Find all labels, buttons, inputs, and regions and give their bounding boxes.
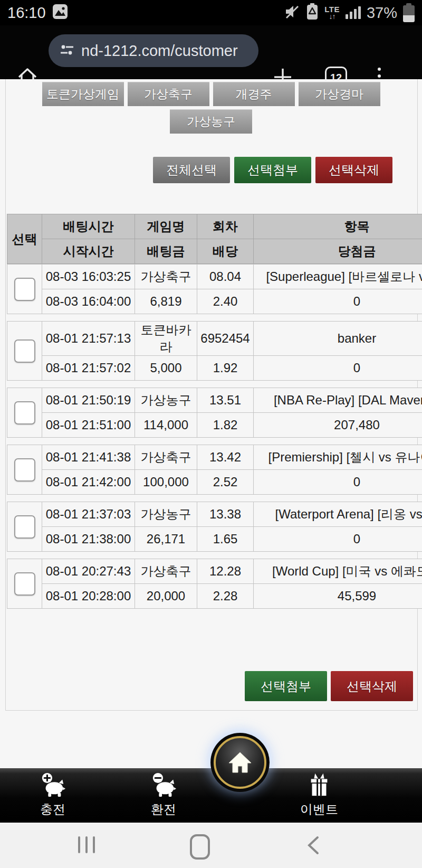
bet-amount-cell: 100,000	[135, 470, 197, 495]
action-buttons: 전체선택 선택첨부 선택삭제	[153, 157, 392, 183]
game-cell: 가상축구	[135, 445, 197, 470]
nav-home-button[interactable]	[210, 733, 270, 792]
tab-token-virtual-game[interactable]: 토큰가상게임	[42, 82, 124, 106]
delete-selected-button[interactable]: 선택삭제	[315, 157, 392, 183]
tab-virtual-soccer[interactable]: 가상축구	[128, 82, 209, 106]
android-navigation-bar	[0, 823, 422, 868]
bet-amount-cell: 20,000	[135, 584, 197, 609]
row-checkbox[interactable]	[14, 401, 35, 424]
nav-event[interactable]: 이벤트	[282, 771, 356, 818]
item-cell: [NBA Re-Play] [DAL Maverick	[254, 388, 422, 413]
select-all-button[interactable]: 전체선택	[153, 157, 230, 183]
header-bet-time: 배팅시간	[42, 214, 135, 239]
round-cell: 6952454	[197, 322, 254, 356]
category-tabs-row2: 가상농구	[0, 109, 422, 134]
attach-selected-button[interactable]: 선택첨부	[234, 157, 311, 183]
bet-row-group: 08-01 20:27:43 가상축구 12.28 [World Cup] [미…	[7, 559, 422, 609]
android-home-icon[interactable]	[190, 834, 210, 860]
bet-time-cell: 08-01 20:27:43	[42, 559, 135, 584]
select-cell	[7, 502, 42, 552]
header-odds: 배당	[197, 239, 254, 264]
battery-percent: 37%	[367, 4, 397, 22]
tab-dog-racing[interactable]: 개경주	[213, 82, 295, 106]
lte-network-icon: LTE ↓↑	[324, 5, 340, 20]
win-amount-cell: 45,599	[254, 584, 422, 609]
select-cell	[7, 445, 42, 495]
win-amount-cell: 0	[254, 527, 422, 552]
bet-amount-cell: 26,171	[135, 527, 197, 552]
start-time-cell: 08-01 21:38:00	[42, 527, 135, 552]
start-time-cell: 08-01 20:28:00	[42, 584, 135, 609]
header-round: 회차	[197, 214, 254, 239]
bet-amount-cell: 6,819	[135, 289, 197, 314]
address-bar[interactable]: nd-1212.com/customer	[49, 34, 258, 67]
back-icon[interactable]	[306, 835, 320, 857]
bet-time-cell: 08-01 21:50:19	[42, 388, 135, 413]
odds-cell: 1.82	[197, 413, 254, 438]
item-cell: banker	[254, 322, 422, 356]
header-start-time: 시작시간	[42, 239, 135, 264]
row-checkbox[interactable]	[14, 339, 35, 363]
mute-icon	[284, 4, 300, 22]
start-time-cell: 08-01 21:42:00	[42, 470, 135, 495]
win-amount-cell: 0	[254, 470, 422, 495]
item-cell: [Waterport Arena] [리옹 vs 상	[254, 502, 422, 527]
item-cell: [World Cup] [미국 vs 에콰도르	[254, 559, 422, 584]
row-checkbox[interactable]	[14, 515, 35, 539]
header-bet-amount: 배팅금	[135, 239, 197, 264]
game-cell: 가상축구	[135, 559, 197, 584]
round-cell: 12.28	[197, 559, 254, 584]
odds-cell: 2.40	[197, 289, 254, 314]
row-checkbox[interactable]	[14, 278, 35, 301]
round-cell: 08.04	[197, 265, 254, 289]
nav-withdraw-label: 환전	[151, 801, 176, 818]
row-checkbox[interactable]	[14, 572, 35, 596]
battery-saver-icon	[306, 3, 319, 22]
bet-time-cell: 08-01 21:57:13	[42, 322, 135, 356]
bet-row-group: 08-01 21:41:38 가상축구 13.42 [Premiership] …	[7, 445, 422, 495]
attach-selected-button-bottom[interactable]: 선택첨부	[245, 671, 327, 701]
header-select: 선택	[7, 214, 42, 264]
start-time-cell: 08-01 21:51:00	[42, 413, 135, 438]
odds-cell: 2.52	[197, 470, 254, 495]
battery-icon	[403, 5, 415, 22]
recents-icon[interactable]	[78, 836, 95, 853]
odds-cell: 1.65	[197, 527, 254, 552]
round-cell: 13.38	[197, 502, 254, 527]
game-cell: 가상농구	[135, 388, 197, 413]
bet-time-cell: 08-01 21:37:03	[42, 502, 135, 527]
win-amount-cell: 207,480	[254, 413, 422, 438]
tab-virtual-horse-racing[interactable]: 가상경마	[299, 82, 380, 106]
bet-history-table: 선택 배팅시간 게임명 회차 항목 시작시간 배팅금 배당 당첨금 08-03 …	[7, 214, 422, 609]
bet-row-group: 08-01 21:37:03 가상농구 13.38 [Waterport Are…	[7, 502, 422, 552]
piggy-bank-plus-icon	[40, 771, 66, 800]
site-settings-icon[interactable]	[59, 42, 75, 60]
gift-icon	[306, 771, 332, 800]
nav-deposit-label: 충전	[40, 801, 65, 818]
select-cell	[7, 265, 42, 314]
game-cell: 가상축구	[135, 265, 197, 289]
tab-virtual-basketball[interactable]: 가상농구	[170, 109, 252, 134]
odds-cell: 1.92	[197, 356, 254, 381]
row-checkbox[interactable]	[14, 458, 35, 482]
nav-withdraw[interactable]: 환전	[127, 771, 200, 818]
round-cell: 13.51	[197, 388, 254, 413]
game-cell: 가상농구	[135, 502, 197, 527]
start-time-cell: 08-01 21:57:02	[42, 356, 135, 381]
select-cell	[7, 388, 42, 438]
status-bar: 16:10 LTE ↓↑ 37%	[0, 0, 422, 25]
home-icon	[214, 736, 266, 789]
table-header: 선택 배팅시간 게임명 회차 항목 시작시간 배팅금 배당 당첨금	[7, 214, 422, 264]
bet-amount-cell: 114,000	[135, 413, 197, 438]
item-cell: [Superleague] [바르셀로나 vs 레	[254, 265, 422, 289]
nav-deposit[interactable]: 충전	[16, 771, 90, 818]
odds-cell: 2.28	[197, 584, 254, 609]
url-text: nd-1212.com/customer	[81, 42, 238, 60]
delete-selected-button-bottom[interactable]: 선택삭제	[331, 671, 413, 701]
bet-time-cell: 08-01 21:41:38	[42, 445, 135, 470]
bottom-action-buttons: 선택첨부 선택삭제	[245, 671, 413, 701]
win-amount-cell: 0	[254, 289, 422, 314]
nav-event-label: 이벤트	[300, 801, 338, 818]
select-cell	[7, 559, 42, 609]
game-cell: 토큰바카라	[135, 322, 197, 356]
